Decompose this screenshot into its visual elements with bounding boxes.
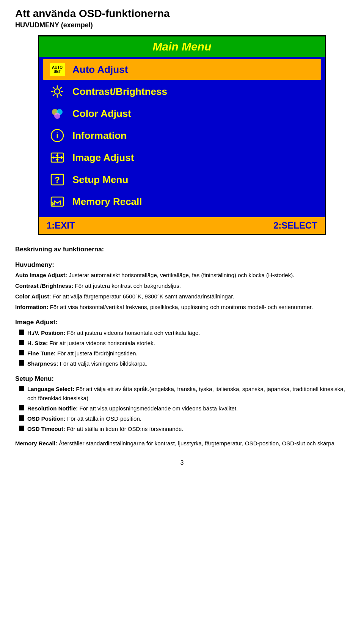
svg-text:?: ? bbox=[55, 175, 60, 185]
bullet-label: Language Select: bbox=[27, 386, 74, 392]
desc-image-adjust-heading: Image Adjust: bbox=[15, 317, 349, 327]
svg-line-6 bbox=[60, 94, 61, 96]
desc-setup-menu-heading: Setup Menu: bbox=[15, 374, 349, 384]
desc-memory-recall-body: Återställer standardinställningarna för … bbox=[59, 440, 334, 446]
bullet-square bbox=[19, 330, 24, 335]
bullet-square bbox=[19, 340, 24, 345]
osd-footer: 1:EXIT 2:SELECT bbox=[39, 217, 325, 234]
bullet-text: H./V. Position: För att justera videons … bbox=[27, 328, 349, 338]
desc-color: Color Adjust: För att välja färgtemperat… bbox=[15, 292, 349, 301]
bullet-square bbox=[19, 415, 24, 421]
svg-line-5 bbox=[53, 87, 55, 89]
bullet-item: H. Size: För att justera videons horison… bbox=[19, 339, 349, 348]
image-adjust-bullets: H./V. Position: För att justera videons … bbox=[15, 328, 349, 368]
osd-header-label: Main Menu bbox=[153, 40, 212, 53]
svg-marker-19 bbox=[56, 154, 59, 156]
bullet-label: Resolution Notifie: bbox=[27, 405, 78, 412]
svg-marker-17 bbox=[53, 156, 55, 159]
svg-text:i: i bbox=[56, 131, 58, 140]
osd-item-memory-recall[interactable]: Memory Recall bbox=[43, 191, 321, 212]
bullet-text: Sharpness: För att välja visningens bild… bbox=[27, 359, 349, 368]
page-title: Att använda OSD-funktionerna bbox=[15, 8, 349, 20]
bullet-item: Language Select: För att välja ett av åt… bbox=[19, 385, 349, 403]
desc-color-body: För att välja färgtemperatur 6500°K, 930… bbox=[53, 293, 234, 300]
osd-item-contrast-brightness-label: Contrast/Brightness bbox=[72, 86, 167, 98]
bullet-label: Sharpness: bbox=[27, 360, 58, 367]
page-number: 3 bbox=[15, 459, 349, 466]
description-section: Beskrivning av funktionerna: Huvudmeny: … bbox=[15, 244, 349, 448]
desc-memory-recall-label: Memory Recall: bbox=[15, 440, 57, 446]
desc-auto-adjust-body: Justerar automatiskt horisontalläge, ver… bbox=[69, 272, 294, 278]
bullet-text: Language Select: För att välja ett av åt… bbox=[27, 385, 349, 403]
bullet-label: Fine Tune: bbox=[27, 350, 56, 357]
bullet-item: Fine Tune: För att justera fördröjningst… bbox=[19, 349, 349, 358]
auto-set-icon: AUTO SET bbox=[46, 61, 69, 78]
osd-item-color-adjust[interactable]: Color Adjust bbox=[43, 103, 321, 124]
osd-footer-exit: 1:EXIT bbox=[47, 220, 75, 231]
osd-item-memory-recall-label: Memory Recall bbox=[72, 196, 142, 208]
desc-memory-recall: Memory Recall: Återställer standardinstä… bbox=[15, 439, 349, 448]
question-icon: ? bbox=[46, 171, 69, 188]
bullet-text: Resolution Notifie: För att visa upplösn… bbox=[27, 404, 349, 413]
osd-item-auto-adjust[interactable]: AUTO SET Auto Adjust bbox=[43, 59, 321, 80]
desc-information-body: För att visa horisontal/vertikal frekven… bbox=[50, 304, 313, 310]
osd-item-image-adjust[interactable]: Image Adjust bbox=[43, 147, 321, 168]
bullet-square bbox=[19, 405, 24, 410]
osd-item-information[interactable]: i Information bbox=[43, 125, 321, 146]
bullet-label: H./V. Position: bbox=[27, 330, 65, 336]
bullet-text: OSD Position: För att ställa in OSD-posi… bbox=[27, 414, 349, 423]
bullet-label: OSD Timeout: bbox=[27, 426, 65, 432]
setup-menu-section: Setup Menu: Language Select: För att väl… bbox=[15, 374, 349, 434]
desc-contrast-body: För att justera kontrast och bakgrundslj… bbox=[75, 282, 181, 289]
bullet-square bbox=[19, 350, 24, 355]
bullet-square bbox=[19, 426, 24, 431]
osd-item-image-adjust-label: Image Adjust bbox=[72, 152, 134, 164]
bullet-text: Fine Tune: För att justera fördröjningst… bbox=[27, 349, 349, 358]
image-adjust-icon bbox=[46, 149, 69, 166]
desc-mainmenu-label: Huvudmeny: bbox=[15, 260, 349, 270]
osd-item-color-adjust-label: Color Adjust bbox=[72, 108, 131, 120]
osd-footer-select: 2:SELECT bbox=[273, 220, 317, 231]
svg-line-7 bbox=[60, 87, 61, 89]
osd-header: Main Menu bbox=[39, 36, 325, 57]
bullet-square bbox=[19, 386, 24, 391]
desc-auto-adjust-label: Auto Image Adjust: bbox=[15, 272, 67, 278]
color-icon bbox=[46, 105, 69, 122]
desc-contrast-label: Contrast /Brightness: bbox=[15, 282, 73, 289]
osd-menu-items: AUTO SET Auto Adjust bbox=[39, 57, 325, 217]
bullet-label: H. Size: bbox=[27, 340, 48, 346]
bullet-text: H. Size: För att justera videons horison… bbox=[27, 339, 349, 348]
desc-color-label: Color Adjust: bbox=[15, 293, 51, 300]
setup-menu-bullets: Language Select: För att välja ett av åt… bbox=[15, 385, 349, 434]
bullet-item: OSD Timeout: För att ställa in tiden för… bbox=[19, 424, 349, 434]
sun-icon bbox=[46, 83, 69, 100]
osd-item-setup-menu[interactable]: ? Setup Menu bbox=[43, 169, 321, 190]
bullet-square bbox=[19, 360, 24, 366]
osd-item-setup-menu-label: Setup Menu bbox=[72, 174, 128, 186]
svg-marker-18 bbox=[60, 156, 62, 159]
desc-auto-adjust: Auto Image Adjust: Justerar automatiskt … bbox=[15, 271, 349, 280]
bullet-text: OSD Timeout: För att ställa in tiden för… bbox=[27, 424, 349, 434]
info-icon: i bbox=[46, 127, 69, 144]
svg-point-11 bbox=[54, 113, 60, 119]
svg-point-0 bbox=[55, 89, 60, 94]
osd-item-contrast-brightness[interactable]: Contrast/Brightness bbox=[43, 81, 321, 102]
bullet-item: H./V. Position: För att justera videons … bbox=[19, 328, 349, 338]
desc-contrast: Contrast /Brightness: För att justera ko… bbox=[15, 281, 349, 290]
desc-information-label: Information: bbox=[15, 304, 49, 310]
desc-information: Information: För att visa horisontal/ver… bbox=[15, 303, 349, 312]
bullet-item: Sharpness: För att välja visningens bild… bbox=[19, 359, 349, 368]
osd-item-auto-adjust-label: Auto Adjust bbox=[72, 64, 128, 76]
osd-item-information-label: Information bbox=[72, 130, 127, 142]
bullet-item: Resolution Notifie: För att visa upplösn… bbox=[19, 404, 349, 413]
desc-main-heading: Beskrivning av funktionerna: bbox=[15, 244, 349, 254]
bullet-item: OSD Position: För att ställa in OSD-posi… bbox=[19, 414, 349, 423]
memory-icon bbox=[46, 193, 69, 210]
osd-menu-container: Main Menu AUTO SET Auto Adjust bbox=[38, 35, 326, 235]
svg-marker-20 bbox=[56, 159, 59, 161]
svg-line-8 bbox=[53, 94, 55, 96]
page-subtitle: HUVUDMENY (exempel) bbox=[15, 21, 349, 29]
bullet-label: OSD Position: bbox=[27, 415, 66, 422]
